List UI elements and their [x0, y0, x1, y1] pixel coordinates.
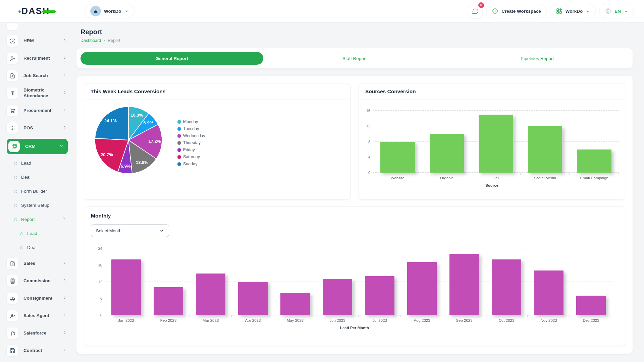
legend-label: Thursday	[183, 140, 201, 145]
breadcrumb-separator: ›	[104, 38, 105, 43]
pie-slice-label: 13.8%	[136, 160, 148, 165]
sidebar-subitem-deal[interactable]: Deal	[7, 172, 71, 182]
sales-icon	[7, 258, 18, 269]
sources-conversion-title: Sources Conversion	[365, 88, 416, 95]
bar-oct-2023	[492, 259, 521, 315]
language-selector[interactable]: EN	[599, 4, 634, 18]
legend-item-thursday[interactable]: Thursday	[177, 140, 205, 145]
legend-item-saturday[interactable]: Saturday	[177, 155, 205, 159]
app-logo[interactable]: DASH	[21, 6, 50, 16]
tab-pipelines-report[interactable]: Pipelines Report	[446, 52, 629, 65]
bar-feb-2023	[154, 287, 183, 315]
sidebar-item-commission[interactable]: Commission	[7, 274, 71, 288]
monthly-axis-title: Lead Per Month	[91, 326, 618, 330]
bar-slot	[190, 248, 232, 315]
breadcrumb-dashboard-link[interactable]: Dashboard	[80, 38, 101, 43]
chevron-right-icon	[62, 295, 67, 301]
monthly-title: Monthly	[91, 213, 618, 219]
sidebar-item-pos[interactable]: POS	[7, 121, 71, 135]
workspace-switcher-label: WorkDo	[104, 9, 121, 14]
bar-jun-2023	[323, 279, 352, 315]
bar-call	[479, 115, 513, 173]
sidebar-item-contract[interactable]: Contract	[7, 344, 71, 357]
x-category-label: Dec 2023	[570, 318, 612, 322]
legend-item-tuesday[interactable]: Tuesday	[177, 126, 205, 131]
sidebar-item-sales-agent[interactable]: Sales Agent	[7, 309, 71, 322]
bar-slot	[422, 111, 472, 173]
create-workspace-button[interactable]: Create Workspace	[486, 4, 547, 18]
chevron-right-icon	[62, 348, 67, 354]
language-label: EN	[614, 9, 621, 14]
sidebar-item-consignment[interactable]: Consignment	[7, 292, 71, 305]
legend-item-friday[interactable]: Friday	[177, 147, 205, 152]
legend-dot-icon	[177, 120, 181, 124]
sidebar-subitem-label: Deal	[21, 175, 66, 180]
select-month-value: Select Month	[96, 228, 121, 233]
x-category-label: May 2023	[274, 318, 316, 322]
bar-dec-2023	[576, 296, 606, 315]
sources-plot-area: 0481216	[373, 111, 619, 173]
bar-slot	[443, 248, 485, 315]
workspace-switcher[interactable]: WorkDo	[85, 4, 135, 18]
tab-staff-report[interactable]: Staff Report	[263, 52, 446, 65]
sidebar-subitem-lead[interactable]: Lead	[7, 158, 71, 168]
legend-item-monday[interactable]: Monday	[177, 119, 205, 124]
logo-area: DASH	[0, 6, 71, 16]
bar-slot	[570, 111, 619, 173]
pie-slice-label: 24.1%	[104, 118, 117, 123]
bar-social-media	[528, 126, 562, 173]
sidebar-item-biometric-attendance[interactable]: Biometric Attendance	[7, 86, 71, 100]
bullet-icon	[14, 190, 17, 193]
create-workspace-label: Create Workspace	[501, 9, 541, 14]
select-month-dropdown[interactable]: Select Month	[91, 224, 169, 237]
sidebar-item-sales[interactable]: Sales	[7, 257, 71, 270]
chevron-right-icon	[62, 73, 67, 79]
sidebar-subitem-label: Lead	[21, 161, 66, 166]
sidebar-item-label: Contract	[23, 348, 57, 354]
sidebar-subitem-lead[interactable]: Lead	[7, 229, 71, 239]
sidebar-item-salesforce[interactable]: Salesforce	[7, 326, 71, 340]
sidebar-subitem-system-setup[interactable]: System Setup	[7, 200, 71, 210]
sidebar-item-recruitment[interactable]: Recruitment	[7, 52, 71, 65]
legend-item-sunday[interactable]: Sunday	[177, 162, 205, 166]
y-tick-label: 4	[359, 155, 370, 159]
page-title: Report	[80, 28, 633, 36]
pie-slice-label: 20.7%	[101, 152, 113, 157]
chevron-down-icon	[159, 228, 164, 233]
sidebar-item-label: Consignment	[23, 296, 57, 301]
legend-label: Monday	[183, 119, 198, 124]
sidebar-item-procurement[interactable]: Procurement	[7, 104, 71, 117]
tab-general-report[interactable]: General Report	[80, 52, 263, 65]
pie-slice-label: 17.2%	[148, 139, 161, 144]
chevron-right-icon	[62, 108, 67, 114]
chevron-right-icon	[62, 90, 67, 96]
x-category-label: Email Campaign	[570, 176, 619, 180]
messages-button[interactable]: 0	[468, 4, 483, 18]
bar-organic	[430, 134, 464, 173]
bar-slot	[528, 248, 570, 315]
sidebar-subitem-report[interactable]: Report	[7, 215, 71, 225]
chevron-down-icon	[624, 9, 628, 13]
bar-slot	[232, 248, 274, 315]
legend-dot-icon	[177, 127, 181, 131]
sidebar-item-label: POS	[23, 125, 57, 131]
x-category-label: Social Media	[521, 176, 570, 180]
legend-label: Saturday	[183, 155, 200, 159]
sidebar-item-job-search[interactable]: Job Search	[7, 69, 71, 82]
sidebar-item-crm[interactable]: CRM	[7, 139, 68, 154]
sidebar-partial-item	[7, 23, 18, 30]
sidebar-subitem-label: Form Builder	[21, 189, 66, 194]
legend-item-wednesday[interactable]: Wednesday	[177, 133, 205, 138]
hrm-icon	[7, 35, 18, 47]
sidebar-subitem-form-builder[interactable]: Form Builder	[7, 186, 71, 196]
sidebar-subitem-deal[interactable]: Deal	[7, 243, 71, 253]
workspace-menu-button[interactable]: WorkDo	[550, 4, 596, 18]
report-tabs: General Report Staff Report Pipelines Re…	[76, 48, 633, 68]
sidebar-item-hrm[interactable]: HRM	[7, 34, 71, 48]
legend-dot-icon	[177, 148, 181, 152]
sidebar-item-label: CRM	[25, 144, 54, 149]
y-tick-label: 8	[359, 140, 370, 144]
x-category-label: Website	[373, 176, 422, 180]
bullet-icon	[14, 176, 17, 179]
y-tick-label: 6	[91, 296, 102, 300]
